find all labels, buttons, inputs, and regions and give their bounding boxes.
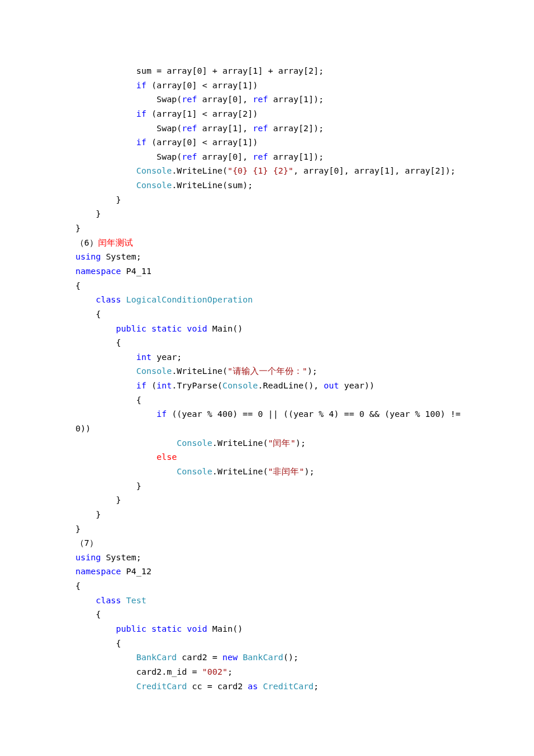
code-token: Test: [126, 596, 146, 605]
code-token: ref: [253, 124, 268, 133]
code-line: }: [75, 193, 459, 207]
code-token: (array[1] < array[2]): [146, 109, 258, 118]
code-token: .WriteLine(: [172, 366, 228, 376]
code-token: );: [295, 438, 305, 448]
code-line: Swap(ref array[1], ref array[2]);: [75, 121, 459, 136]
code-line: Console.WriteLine("{0} {1} {2}", array[0…: [75, 164, 459, 178]
code-token: if: [136, 109, 146, 118]
code-line: if (array[1] < array[2]): [75, 107, 459, 121]
code-token: card2.m_id =: [75, 667, 202, 676]
code-line: （6）闰年测试: [75, 236, 459, 250]
code-line: }: [75, 221, 459, 236]
code-token: {: [75, 309, 101, 319]
code-token: System;: [101, 252, 142, 261]
code-token: {: [75, 639, 121, 648]
code-line: Console.WriteLine("非闰年");: [75, 465, 459, 479]
code-line: {: [75, 336, 459, 350]
code-token: if: [136, 138, 146, 147]
code-token: [75, 81, 136, 90]
code-token: [182, 624, 187, 633]
code-page: sum = array[0] + array[1] + array[2]; if…: [0, 0, 534, 756]
code-token: class: [96, 295, 121, 304]
code-token: {: [75, 338, 121, 347]
code-token: [237, 653, 243, 662]
code-token: }: [75, 481, 142, 491]
code-token: BankCard: [136, 653, 177, 662]
code-token: [75, 682, 136, 691]
code-token: .WriteLine(: [172, 166, 228, 175]
code-token: [75, 653, 136, 662]
code-token: [75, 138, 136, 147]
code-token: System;: [101, 553, 142, 562]
code-token: year;: [151, 352, 182, 362]
code-token: [75, 352, 136, 362]
code-token: P4_11: [121, 267, 151, 276]
code-token: public: [116, 624, 146, 633]
code-token: "非闰年": [268, 467, 304, 476]
code-token: if: [136, 381, 146, 390]
code-line: {: [75, 279, 459, 293]
code-token: Swap(: [75, 124, 182, 133]
code-token: , array[0], array[1], array[2]);: [293, 166, 455, 175]
code-line: Console.WriteLine("请输入一个年份：");: [75, 364, 459, 379]
code-token: }: [75, 495, 121, 505]
code-line: else: [75, 450, 459, 465]
code-token: year)): [339, 381, 374, 390]
code-token: （6）: [75, 238, 98, 247]
code-token: [75, 438, 177, 448]
code-token: }: [75, 195, 121, 204]
code-token: array[0],: [197, 95, 253, 104]
code-token: int: [157, 381, 172, 390]
code-token: );: [307, 366, 317, 376]
code-token: }: [75, 224, 81, 233]
code-token: ();: [283, 653, 298, 662]
code-token: [75, 467, 177, 476]
code-line: 0)): [75, 422, 459, 436]
code-line: public static void Main(): [75, 322, 459, 336]
code-line: if ((year % 400) == 0 || ((year % 4) == …: [75, 407, 459, 422]
code-token: static: [151, 624, 182, 633]
code-line: {: [75, 579, 459, 593]
code-token: [75, 596, 96, 605]
code-token: as: [248, 682, 258, 691]
code-token: {: [75, 581, 81, 591]
code-token: Swap(: [75, 95, 182, 104]
code-token: Console: [222, 381, 258, 390]
code-token: if: [157, 409, 167, 419]
code-token: P4_12: [121, 567, 151, 576]
code-line: }: [75, 479, 459, 494]
code-token: ref: [182, 95, 197, 104]
code-token: BankCard: [243, 653, 283, 662]
code-line: class Test: [75, 593, 459, 608]
code-token: (: [146, 381, 156, 390]
code-token: using: [75, 252, 101, 261]
code-token: [75, 181, 136, 190]
code-token: }: [75, 524, 81, 534]
code-token: ;: [313, 682, 319, 691]
code-token: [121, 596, 127, 605]
code-token: cc = card2: [187, 682, 248, 691]
code-token: Swap(: [75, 152, 182, 161]
code-token: card2 =: [177, 653, 223, 662]
code-token: .WriteLine(: [212, 438, 268, 448]
code-token: （7）: [75, 538, 98, 548]
code-token: LogicalConditionOperation: [126, 295, 252, 304]
code-token: "请输入一个年份：": [228, 366, 307, 376]
code-token: array[1]);: [268, 152, 324, 161]
code-token: Console: [177, 438, 212, 448]
code-line: }: [75, 493, 459, 507]
code-token: array[2]);: [268, 124, 324, 133]
code-token: namespace: [75, 567, 121, 576]
code-token: (array[0] < array[1]): [146, 81, 258, 90]
code-line: CreditCard cc = card2 as CreditCard;: [75, 679, 459, 694]
code-token: [146, 324, 151, 333]
code-token: Main(): [207, 324, 243, 333]
code-line: class LogicalConditionOperation: [75, 293, 459, 307]
code-line: {: [75, 636, 459, 651]
code-token: .ReadLine(),: [258, 381, 324, 390]
code-line: {: [75, 607, 459, 622]
code-token: [75, 624, 116, 633]
code-token: [258, 682, 263, 691]
code-token: else: [157, 452, 177, 462]
code-token: [75, 381, 136, 390]
